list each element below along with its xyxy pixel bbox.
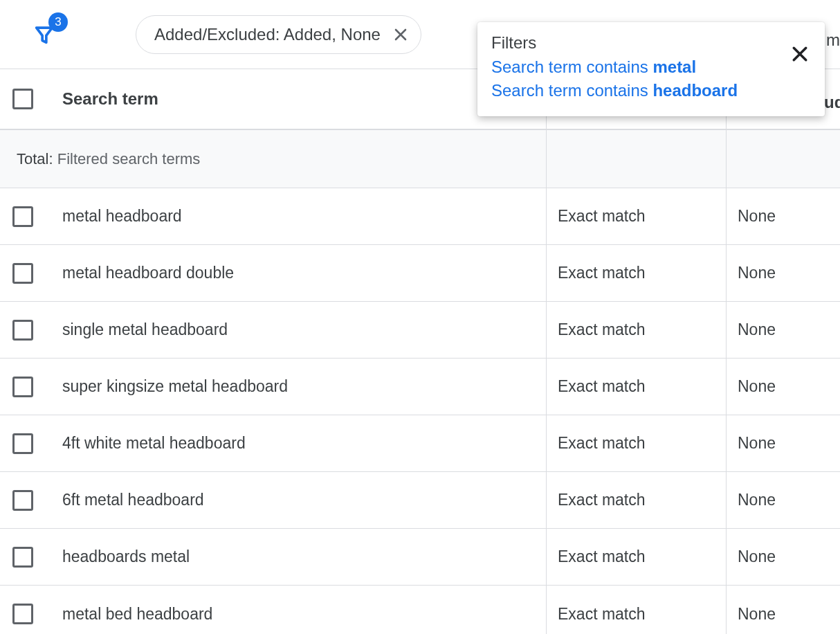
column-header-search-term[interactable]: Search term: [62, 89, 158, 108]
excluded-text: None: [738, 491, 776, 509]
filter-count-badge: 3: [48, 12, 68, 32]
match-type-text: Exact match: [558, 434, 646, 453]
select-all-checkbox[interactable]: [12, 89, 33, 109]
excluded-text: None: [738, 377, 776, 396]
filter-chip-added-excluded[interactable]: Added/Excluded: Added, None: [136, 15, 421, 54]
match-type-text: Exact match: [558, 491, 646, 509]
row-checkbox[interactable]: [12, 490, 33, 511]
filter-button[interactable]: 3: [30, 21, 58, 48]
excluded-text: None: [738, 207, 776, 226]
filters-popover: Filters Search term contains metal Searc…: [477, 22, 825, 116]
popover-filter-line[interactable]: Search term contains metal: [491, 55, 811, 79]
row-checkbox[interactable]: [12, 547, 33, 568]
total-text: Filtered search terms: [57, 150, 201, 167]
match-type-text: Exact match: [558, 207, 646, 226]
truncated-text: m: [826, 30, 840, 50]
table-row: 6ft metal headboardExact matchNone: [0, 472, 840, 529]
excluded-text: None: [738, 605, 776, 624]
excluded-text: None: [738, 434, 776, 453]
row-checkbox[interactable]: [12, 604, 33, 624]
row-checkbox[interactable]: [12, 377, 33, 397]
table-row: metal headboard doubleExact matchNone: [0, 245, 840, 302]
table-row: 4ft white metal headboardExact matchNone: [0, 415, 840, 472]
total-row: Total: Filtered search terms: [0, 130, 840, 188]
total-prefix: Total:: [17, 150, 57, 167]
search-term-text[interactable]: metal headboard: [62, 207, 182, 225]
match-type-text: Exact match: [558, 377, 646, 396]
chip-label: Added/Excluded: Added, None: [154, 25, 381, 44]
search-term-text[interactable]: super kingsize metal headboard: [62, 377, 288, 395]
search-term-text[interactable]: 4ft white metal headboard: [62, 434, 246, 452]
table-row: super kingsize metal headboardExact matc…: [0, 359, 840, 415]
close-icon[interactable]: [787, 42, 812, 66]
row-checkbox[interactable]: [12, 320, 33, 341]
search-term-text[interactable]: headboards metal: [62, 547, 190, 565]
match-type-text: Exact match: [558, 264, 646, 282]
popover-filter-line[interactable]: Search term contains headboard: [491, 79, 811, 102]
popover-title: Filters: [491, 33, 811, 53]
excluded-text: None: [738, 264, 776, 282]
table-row: single metal headboardExact matchNone: [0, 302, 840, 359]
close-icon[interactable]: [390, 24, 411, 45]
excluded-text: None: [738, 547, 776, 566]
table-row: metal headboardExact matchNone: [0, 188, 840, 245]
table-row: headboards metalExact matchNone: [0, 529, 840, 586]
truncated-header-text: ud: [824, 93, 840, 112]
table-row: metal bed headboardExact matchNone: [0, 586, 840, 634]
search-term-text[interactable]: metal headboard double: [62, 264, 234, 282]
match-type-text: Exact match: [558, 547, 646, 566]
excluded-text: None: [738, 320, 776, 339]
row-checkbox[interactable]: [12, 433, 33, 454]
search-term-text[interactable]: single metal headboard: [62, 320, 228, 338]
row-checkbox[interactable]: [12, 263, 33, 284]
match-type-text: Exact match: [558, 320, 646, 339]
row-checkbox[interactable]: [12, 206, 33, 227]
search-term-text[interactable]: 6ft metal headboard: [62, 491, 204, 509]
match-type-text: Exact match: [558, 605, 646, 624]
search-term-text[interactable]: metal bed headboard: [62, 605, 212, 623]
